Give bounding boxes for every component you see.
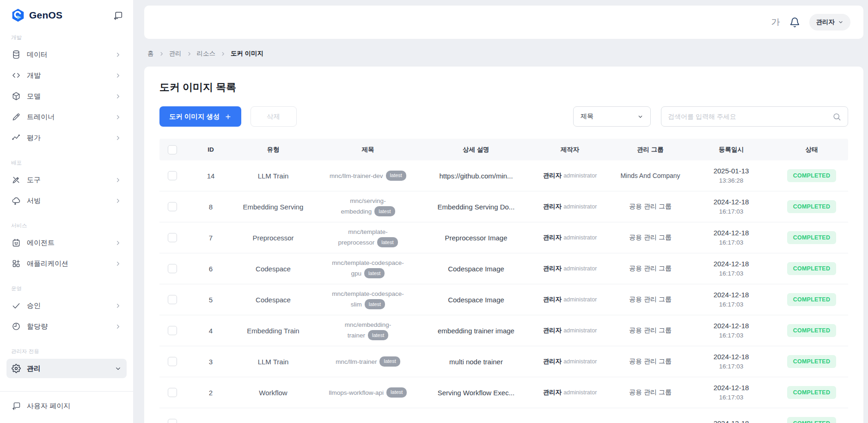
sidebar-item-data[interactable]: 데이터: [6, 45, 127, 64]
sidebar-item-serving[interactable]: 서빙: [6, 191, 127, 210]
table-row: 8Embedding Servingmnc/serving-embeddingl…: [159, 191, 848, 222]
app-root: GenOS 개발데이터개발모델트레이너평가배포도구서빙서비스에이전트애플리케이션…: [0, 0, 868, 423]
sidebar-item-application[interactable]: 애플리케이션: [6, 254, 127, 273]
status-badge: COMPLETED: [787, 355, 836, 368]
sidebar-section-label: 배포: [0, 159, 133, 166]
logo[interactable]: GenOS: [11, 8, 62, 22]
sidebar-item-user-page[interactable]: 사용자 페이지: [6, 396, 127, 416]
row-type: Preprocessor: [236, 234, 310, 242]
sidebar-item-evaluation[interactable]: 평가: [6, 128, 127, 147]
sidebar-collapse-icon[interactable]: [113, 11, 123, 20]
row-creator: 관리자administrator: [526, 326, 613, 335]
header-checkbox-cell: [159, 145, 185, 154]
row-image-name: mnc/embedding-trainerlatest: [310, 320, 426, 340]
search-icon[interactable]: [832, 112, 841, 121]
sidebar-item-agent[interactable]: 에이전트: [6, 233, 127, 252]
row-image-name: mnc/llm-trainerlatest: [310, 356, 426, 367]
table-row: 2024-12-18COMPLETED: [159, 408, 848, 423]
sidebar-item-label: 평가: [27, 134, 41, 142]
registered-time: 16:17:03: [719, 362, 744, 371]
row-checkbox[interactable]: [168, 295, 177, 304]
table-row: 14LLM Trainmnc/llm-trainer-devlatesthttp…: [159, 160, 848, 191]
row-admin-group: 공용 관리 그룹: [613, 202, 687, 211]
row-checkbox[interactable]: [168, 171, 177, 180]
row-checkbox-cell: [159, 233, 185, 242]
registered-date: 2024-12-18: [714, 352, 749, 362]
row-admin-group: Minds And Company: [613, 172, 687, 179]
row-image-name: mnc/template-preprocessorlatest: [310, 227, 426, 247]
row-status-cell: COMPLETED: [775, 355, 848, 368]
cube-icon: [12, 92, 21, 101]
sidebar-item-label: 사용자 페이지: [27, 402, 70, 411]
tag-badge: latest: [379, 356, 400, 367]
image-name-line: mnc/llm-trainer-devlatest: [330, 171, 406, 181]
sidebar-footer: 사용자 페이지: [0, 391, 133, 423]
search-input[interactable]: [668, 113, 832, 120]
breadcrumb-item[interactable]: 홈: [147, 49, 154, 58]
row-id: 5: [185, 296, 236, 304]
row-checkbox[interactable]: [168, 202, 177, 211]
creator-account: administrator: [563, 203, 597, 210]
status-badge: COMPLETED: [787, 386, 836, 399]
row-image-name: mnc/llm-trainer-devlatest: [310, 171, 426, 181]
select-all-checkbox[interactable]: [168, 145, 177, 154]
row-checkbox[interactable]: [168, 357, 177, 366]
sidebar-item-tools[interactable]: 도구: [6, 170, 127, 190]
image-name-line: mnc/template-codespace-: [332, 289, 403, 299]
bc-chevron-icon: [159, 51, 164, 56]
toolbar: 도커 이미지 생성 삭제 제목: [159, 106, 848, 127]
chevron-right-icon: [115, 135, 122, 141]
status-badge: COMPLETED: [787, 169, 836, 182]
row-type: LLM Train: [236, 172, 310, 180]
create-button-label: 도커 이미지 생성: [169, 112, 220, 121]
sidebar-item-admin[interactable]: 관리: [6, 359, 127, 378]
sidebar-item-develop[interactable]: 개발: [6, 66, 127, 85]
row-image-name: llmops-workflow-apilatest: [310, 387, 426, 398]
delete-button[interactable]: 삭제: [251, 106, 297, 127]
sidebar-section-label: 서비스: [0, 222, 133, 229]
breadcrumb-item[interactable]: 관리: [169, 49, 182, 58]
table-row: 7Preprocessormnc/template-preprocessorla…: [159, 222, 848, 253]
row-type: Workflow: [236, 389, 310, 397]
sidebar-item-quota[interactable]: 할당량: [6, 317, 127, 336]
content-card: 도커 이미지 목록 도커 이미지 생성 삭제 제목: [144, 67, 863, 423]
sidebar-item-model[interactable]: 모델: [6, 86, 127, 106]
row-checkbox[interactable]: [168, 326, 177, 335]
row-checkbox[interactable]: [168, 388, 177, 397]
chevron-right-icon: [115, 302, 122, 309]
row-description: Embedding Serving Do...: [426, 203, 526, 211]
tag-badge: latest: [368, 330, 388, 340]
table-row: 3LLM Trainmnc/llm-trainerlatestmulti nod…: [159, 346, 848, 377]
notifications-bell-icon[interactable]: [789, 17, 800, 28]
status-badge: COMPLETED: [787, 262, 836, 275]
code-icon: [12, 71, 21, 80]
database-icon: [12, 50, 21, 59]
row-checkbox-cell: [159, 295, 185, 304]
row-checkbox[interactable]: [168, 233, 177, 242]
row-checkbox-cell: [159, 388, 185, 397]
row-checkbox[interactable]: [168, 264, 177, 273]
table-body: 14LLM Trainmnc/llm-trainer-devlatesthttp…: [159, 160, 848, 423]
row-status-cell: COMPLETED: [775, 417, 848, 423]
image-name-line: mnc/template-codespace-: [332, 258, 403, 268]
breadcrumb-item[interactable]: 리소스: [197, 49, 216, 58]
row-creator: 관리자administrator: [526, 388, 613, 397]
status-badge: COMPLETED: [787, 324, 836, 337]
sidebar-item-approval[interactable]: 승인: [6, 296, 127, 315]
chevron-down-icon: [637, 114, 643, 120]
row-status-cell: COMPLETED: [775, 386, 848, 399]
table-row: 4Embedding Trainmnc/embedding-trainerlat…: [159, 315, 848, 346]
user-menu[interactable]: 관리자: [809, 14, 851, 31]
column-header: 관리 그룹: [613, 146, 687, 154]
row-registered-at: 2024-12-1816:17:03: [687, 228, 775, 248]
image-name-line: gpulatest: [351, 268, 385, 278]
create-docker-image-button[interactable]: 도커 이미지 생성: [159, 106, 241, 127]
search-field-select[interactable]: 제목: [573, 106, 651, 127]
table-row: 5Codespacemnc/template-codespace-slimlat…: [159, 284, 848, 315]
sidebar-header: GenOS: [0, 0, 133, 22]
sidebar-item-trainer[interactable]: 트레이너: [6, 107, 127, 127]
font-size-toggle[interactable]: 가: [771, 16, 780, 28]
row-type: Embedding Serving: [236, 203, 310, 211]
row-checkbox[interactable]: [168, 419, 177, 423]
image-name-line: mnc/llm-trainerlatest: [336, 356, 400, 367]
